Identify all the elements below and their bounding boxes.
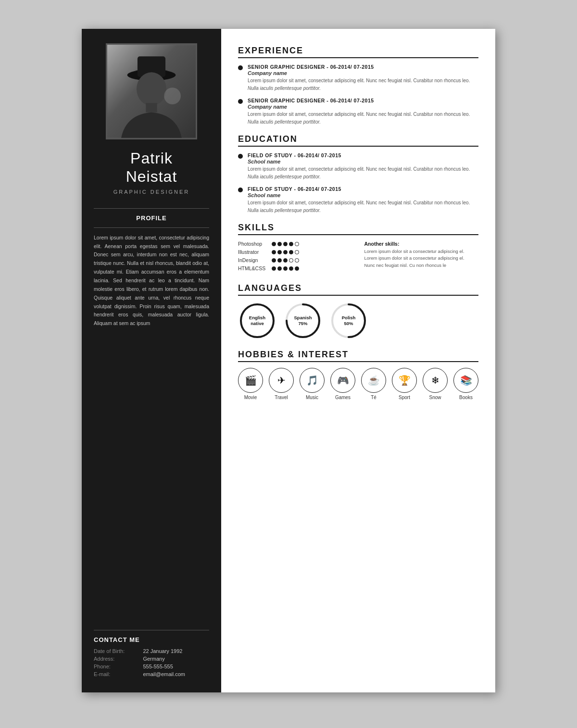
languages-section: LANGUAGES Englishnative Spanish75% [238, 283, 478, 340]
hobby-music: 🎵 Music [300, 368, 325, 400]
other-skills-title: Another skills: [364, 241, 479, 247]
entry-bullet [238, 99, 243, 104]
entry-bullet [238, 65, 243, 70]
skills-col-right: Another skills:Lorem ipsum dolor sit a c… [362, 241, 479, 274]
skill-row: HTML&CSS [238, 265, 352, 271]
phone-label: Phone: [94, 663, 143, 670]
skill-name: InDesign [238, 257, 272, 263]
entry-extra: Nulla iaculis pellentesque porttitor. [248, 208, 470, 213]
skill-dot-filled [283, 258, 288, 263]
skills-section: SKILLS Photoshop Illustrator InDesign HT… [238, 223, 478, 274]
hobby-icon: ❄ [423, 368, 448, 393]
contact-section: CONTACT ME Date of Birth: 22 January 199… [94, 616, 209, 678]
entry-content: FIELD OF STUDY - 06-2014/ 07-2015 School… [248, 186, 470, 213]
contact-heading: CONTACT ME [94, 636, 209, 643]
svg-point-4 [137, 72, 166, 106]
skill-dot-filled [277, 250, 282, 254]
contact-address-row: Address: Germany [94, 655, 209, 663]
entry-item: SENIOR GRAPHIC DESIGNER - 06-2014/ 07-20… [238, 98, 478, 125]
contact-dob-row: Date of Birth: 22 January 1992 [94, 647, 209, 655]
entry-desc: Lorem ipsum dolor sit amet, consectetur … [248, 111, 470, 118]
hobbies-heading: HOBBIES & INTEREST [238, 350, 478, 360]
contact-table: Date of Birth: 22 January 1992 Address: … [94, 647, 209, 678]
hobbies-section: HOBBIES & INTEREST 🎬 Movie ✈ Travel 🎵 Mu… [238, 350, 478, 400]
dob-label: Date of Birth: [94, 647, 143, 655]
hobby-icon: ✈ [269, 368, 294, 393]
skills-col-left: Photoshop Illustrator InDesign HTML&CSS [238, 241, 352, 274]
other-skill-2: Nunc nec feugiat nisl. Cu non rhoncus le [364, 262, 479, 269]
skill-dot-filled [272, 266, 276, 271]
entry-desc: Lorem ipsum dolor sit amet, consectetur … [248, 165, 470, 173]
skill-dot-filled [289, 242, 293, 246]
skill-dot-filled [277, 242, 282, 246]
entry-desc: Lorem ipsum dolor sit amet, consectetur … [248, 77, 470, 84]
skill-name: Illustrator [238, 249, 272, 255]
profile-heading: PROFILE [94, 214, 209, 222]
person-title: GRAPHIC DESIGNER [94, 189, 209, 195]
skill-dot-filled [272, 250, 276, 254]
email-value: email@email.com [143, 670, 209, 678]
entry-bullet [238, 188, 243, 192]
skills-heading: SKILLS [238, 223, 478, 233]
hobby-icon: ☕ [361, 368, 386, 393]
lang-circle: Englishnative [238, 301, 276, 340]
left-column: Patrik Neistat GRAPHIC DESIGNER PROFILE … [82, 29, 221, 692]
experience-section: EXPERIENCE SENIOR GRAPHIC DESIGNER - 06-… [238, 46, 478, 125]
experience-heading: EXPERIENCE [238, 46, 478, 56]
dob-value: 22 January 1992 [143, 647, 209, 655]
hobby-label: Travel [275, 395, 288, 400]
skill-dot-empty [295, 258, 299, 263]
hobby-icon: 🎵 [300, 368, 325, 393]
resume: Patrik Neistat GRAPHIC DESIGNER PROFILE … [82, 29, 495, 692]
skill-dot-filled [277, 258, 282, 263]
hobby-label: Games [335, 395, 351, 400]
skill-row: Illustrator [238, 249, 352, 255]
skill-dot-empty [289, 258, 293, 263]
entry-desc: Lorem ipsum dolor sit amet, consectetur … [248, 199, 470, 206]
entry-title: SENIOR GRAPHIC DESIGNER - 06-2014/ 07-20… [248, 64, 470, 70]
contact-email-row: E-mail: email@email.com [94, 670, 209, 678]
hobby-movie: 🎬 Movie [238, 368, 263, 400]
skill-name: Photoshop [238, 241, 272, 247]
hobby-label: Books [459, 395, 473, 400]
languages-container: Englishnative Spanish75% Polish50% [238, 301, 478, 340]
photo-area [106, 43, 197, 139]
entry-extra: Nulla iaculis pellentesque porttitor. [248, 174, 470, 179]
skill-dot-filled [283, 242, 288, 246]
skills-container: Photoshop Illustrator InDesign HTML&CSS … [238, 241, 478, 274]
entry-item: FIELD OF STUDY - 06-2014/ 07-2015 School… [238, 152, 478, 179]
hobby-sport: 🏆 Sport [392, 368, 417, 400]
address-value: Germany [143, 655, 209, 663]
profile-text: Lorem ipsum dolor sit amet, consectetur … [94, 234, 209, 328]
lang-circle: Spanish75% [284, 301, 322, 340]
skill-dot-filled [272, 242, 276, 246]
hobby-label: Movie [244, 395, 257, 400]
skill-row: InDesign [238, 257, 352, 263]
entry-item: SENIOR GRAPHIC DESIGNER - 06-2014/ 07-20… [238, 64, 478, 91]
address-label: Address: [94, 655, 143, 663]
entry-title: FIELD OF STUDY - 06-2014/ 07-2015 [248, 186, 470, 192]
skill-dot-empty [295, 250, 299, 254]
skill-dots [272, 258, 299, 263]
other-skill-0: Lorem ipsum dolor sit a consectetur adip… [364, 248, 479, 255]
right-column: EXPERIENCE SENIOR GRAPHIC DESIGNER - 06-… [221, 29, 495, 692]
hobby-té: ☕ Té [361, 368, 386, 400]
skill-dot-filled [272, 258, 276, 263]
entry-extra: Nulla iaculis pellentesque porttitor. [248, 119, 470, 125]
resume-container: Patrik Neistat GRAPHIC DESIGNER PROFILE … [82, 29, 495, 692]
hobby-icon: 🎬 [238, 368, 263, 393]
education-entries: FIELD OF STUDY - 06-2014/ 07-2015 School… [238, 152, 478, 213]
phone-value: 555-555-555 [143, 663, 209, 670]
email-label: E-mail: [94, 670, 143, 678]
entry-title: SENIOR GRAPHIC DESIGNER - 06-2014/ 07-20… [248, 98, 470, 103]
hobby-books: 📚 Books [453, 368, 478, 400]
education-heading: EDUCATION [238, 134, 478, 144]
entry-item: FIELD OF STUDY - 06-2014/ 07-2015 School… [238, 186, 478, 213]
hobby-icon: 🎮 [330, 368, 355, 393]
skill-dot-filled [295, 266, 299, 271]
hobby-icon: 🏆 [392, 368, 417, 393]
experience-entries: SENIOR GRAPHIC DESIGNER - 06-2014/ 07-20… [238, 64, 478, 125]
svg-rect-5 [146, 103, 157, 112]
entry-bullet [238, 154, 243, 159]
other-skill-1: Lorem ipsum dolor sit a consectetur adip… [364, 255, 479, 262]
